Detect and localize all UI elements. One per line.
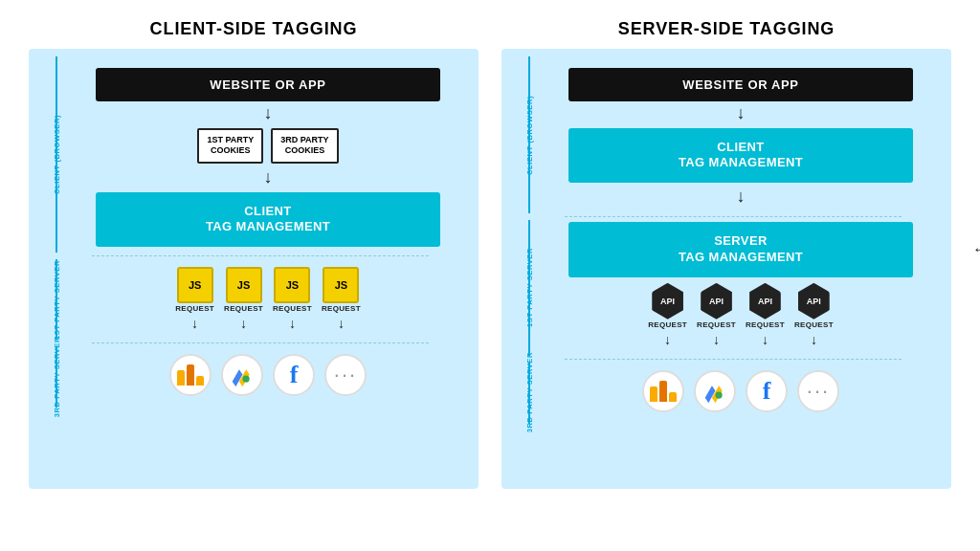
client-side-title: CLIENT-SIDE TAGGING (150, 19, 358, 39)
api-request-label-3: REQUEST (746, 320, 785, 329)
svg-point-5 (716, 391, 723, 398)
server-side-section: SERVER-SIDE TAGGING CLIENT (BROWSER) WEB… (501, 19, 951, 489)
client-regions: CLIENT (BROWSER) WEBSITE OR APP ↓ 1ST PA… (50, 56, 471, 408)
service-icons-row-right: f ··· (642, 370, 839, 412)
arrow-server-client-to-server: ↓ (737, 187, 746, 208)
server-tag-mgmt: SERVER TAG MANAGEMENT (568, 222, 913, 277)
arrow-js1: ↓ (191, 316, 198, 332)
fb-icon-right: f (746, 370, 788, 412)
firstparty-content-left: JS REQUEST ↓ JS REQUEST ↓ JS (65, 261, 471, 336)
request-label-1: REQUEST (175, 304, 214, 313)
server-website-box: WEBSITE OR APP (568, 68, 913, 101)
js-icon-col-3: JS REQUEST ↓ (273, 267, 312, 334)
first-party-cookie: 1ST PARTY COOKIES (197, 128, 263, 164)
js-icon-col-4: JS REQUEST ↓ (322, 267, 361, 334)
gads-icon-left (221, 354, 263, 396)
arrow-api2: ↓ (713, 332, 720, 348)
api-icon-col-4: API REQUEST ↓ (794, 283, 834, 350)
server-regions: CLIENT (BROWSER) WEBSITE OR APP ↓ CLIENT… (523, 56, 944, 424)
api-icon-3: API (746, 283, 783, 320)
enrichment-arrow-icon: ← (972, 241, 980, 258)
firstparty-bar-label: 1ST PARTY SERVER (53, 260, 61, 340)
api-request-label-2: REQUEST (697, 320, 736, 329)
ga-bars-right (648, 379, 679, 404)
js-icons-row: JS REQUEST ↓ JS REQUEST ↓ JS (175, 267, 361, 334)
server-thirdparty-content: f ··· (538, 364, 944, 416)
api-icon-col-2: API REQUEST ↓ (697, 283, 736, 350)
client-website-box: WEBSITE OR APP (96, 68, 440, 101)
gads-icon-right (694, 370, 736, 412)
server-firstparty-region: 1ST PARTY SERVER SERVER TAG MANAGEMENT ← (523, 220, 944, 356)
request-label-3: REQUEST (273, 304, 312, 313)
gads-svg-right (702, 379, 727, 404)
client-tag-mgmt: CLIENT TAG MANAGEMENT (96, 192, 440, 248)
client-browser-region: CLIENT (BROWSER) WEBSITE OR APP ↓ 1ST PA… (50, 56, 471, 253)
js-icon-4: JS (323, 267, 359, 303)
api-icon-col-3: API REQUEST ↓ (746, 283, 785, 350)
arrow-after-website: ↓ (264, 103, 273, 124)
client-firstparty-region: 1ST PARTY SERVER JS REQUEST ↓ JS (50, 259, 471, 340)
client-tag-mgmt-server: CLIENT TAG MANAGEMENT (568, 128, 913, 184)
api-icon-1: API (650, 283, 686, 320)
ga-bar1-right (650, 386, 657, 402)
service-icons-row-left: f ··· (169, 354, 367, 396)
dots-icon-right: ··· (797, 370, 839, 412)
svg-point-2 (243, 376, 250, 383)
server-thirdparty-bar-label: 3RD PARTY SERVER (525, 352, 534, 432)
api-icon-2: API (699, 283, 735, 320)
ga-icon-left (169, 354, 212, 396)
server-tag-wrapper: SERVER TAG MANAGEMENT ← DATA ENRICHMENT (568, 222, 913, 277)
request-label-2: REQUEST (224, 304, 263, 313)
fb-letter-right: f (763, 377, 771, 406)
client-thirdparty-region: 3RD PARTY SERVER (50, 346, 471, 408)
client-diagram-box: CLIENT (BROWSER) WEBSITE OR APP ↓ 1ST PA… (29, 49, 479, 489)
arrow-api3: ↓ (762, 332, 768, 348)
firstparty-bar-left: 1ST PARTY SERVER (50, 259, 63, 340)
server-diagram-box: CLIENT (BROWSER) WEBSITE OR APP ↓ CLIENT… (501, 49, 951, 489)
browser-content: WEBSITE OR APP ↓ 1ST PARTY COOKIES 3RD P… (65, 60, 471, 249)
js-icon-col-2: JS REQUEST ↓ (224, 267, 263, 334)
api-request-label-1: REQUEST (648, 320, 687, 329)
ga-bar2-right (659, 381, 667, 402)
server-browser-content: WEBSITE OR APP ↓ CLIENT TAG MANAGEMENT ↓ (538, 60, 944, 209)
server-thirdparty-region: 3RD PARTY SERVER (523, 363, 944, 424)
server-thirdparty-bar: 3RD PARTY SERVER (523, 363, 536, 424)
ga-bars-left (175, 363, 206, 387)
gads-svg-left (230, 363, 255, 387)
server-firstparty-content: SERVER TAG MANAGEMENT ← DATA ENRICHMENT (538, 222, 944, 352)
api-icon-col-1: API REQUEST ↓ (648, 283, 687, 350)
dots-icon-left: ··· (324, 354, 367, 396)
server-firstparty-bar: 1ST PARTY SERVER (523, 220, 536, 356)
js-icon-2: JS (226, 267, 262, 303)
third-party-cookie: 3RD PARTY COOKIES (271, 128, 338, 164)
thirdparty-bar-left: 3RD PARTY SERVER (50, 346, 63, 408)
api-icon-4: API (795, 283, 832, 320)
ga-icon-right (642, 370, 684, 412)
data-enrichment-wrapper: ← DATA ENRICHMENT (972, 241, 980, 258)
arrow-js4: ↓ (338, 316, 345, 332)
ga-bar3-right (669, 392, 677, 402)
dots-right: ··· (807, 379, 830, 404)
arrow-api1: ↓ (664, 332, 671, 348)
thirdparty-bar-label: 3RD PARTY SERVER (53, 337, 61, 417)
client-side-section: CLIENT-SIDE TAGGING CLIENT (BROWSER) WEB… (29, 19, 479, 489)
js-icon-1: JS (177, 267, 213, 303)
ga-bar2-left (187, 364, 194, 386)
server-browser-bar: CLIENT (BROWSER) (523, 56, 536, 213)
thirdparty-content-left: f ··· (65, 348, 471, 400)
cookies-row: 1ST PARTY COOKIES 3RD PARTY COOKIES (197, 128, 338, 164)
api-request-label-4: REQUEST (794, 320, 834, 329)
divider-2 (92, 342, 429, 343)
server-divider-2 (565, 359, 902, 360)
arrow-js2: ↓ (240, 316, 247, 332)
server-divider-1 (565, 216, 902, 217)
server-browser-bar-label: CLIENT (BROWSER) (525, 96, 534, 175)
arrow-js3: ↓ (289, 316, 296, 332)
request-label-4: REQUEST (322, 304, 361, 313)
main-container: CLIENT-SIDE TAGGING CLIENT (BROWSER) WEB… (0, 0, 980, 551)
api-icons-row: API REQUEST ↓ API REQUEST ↓ API (648, 283, 834, 350)
fb-letter-left: f (290, 361, 299, 389)
server-browser-region: CLIENT (BROWSER) WEBSITE OR APP ↓ CLIENT… (523, 56, 944, 213)
js-icon-3: JS (274, 267, 310, 303)
fb-icon-left: f (273, 354, 315, 396)
